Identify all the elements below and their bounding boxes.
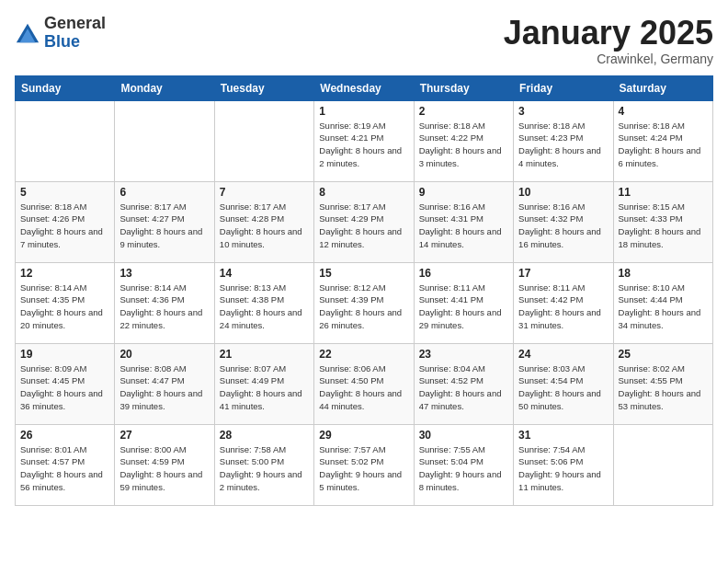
title-block: January 2025 Crawinkel, Germany [504, 15, 713, 66]
calendar-cell: 20Sunrise: 8:08 AM Sunset: 4:47 PM Dayli… [115, 343, 214, 424]
day-number: 30 [419, 429, 508, 442]
day-number: 27 [119, 429, 209, 442]
calendar-cell: 23Sunrise: 8:04 AM Sunset: 4:52 PM Dayli… [414, 343, 513, 424]
day-info: Sunrise: 8:10 AM Sunset: 4:44 PM Dayligh… [619, 282, 708, 332]
day-info: Sunrise: 8:18 AM Sunset: 4:23 PM Dayligh… [518, 120, 608, 170]
calendar-cell: 13Sunrise: 8:14 AM Sunset: 4:36 PM Dayli… [115, 262, 214, 343]
calendar-cell: 21Sunrise: 8:07 AM Sunset: 4:49 PM Dayli… [214, 343, 313, 424]
day-info: Sunrise: 8:11 AM Sunset: 4:42 PM Dayligh… [518, 282, 608, 332]
day-number: 9 [419, 186, 508, 199]
day-info: Sunrise: 8:17 AM Sunset: 4:27 PM Dayligh… [119, 201, 209, 251]
day-info: Sunrise: 7:55 AM Sunset: 5:04 PM Dayligh… [419, 443, 508, 494]
logo-text: General Blue [44, 15, 106, 52]
calendar-cell: 5Sunrise: 8:18 AM Sunset: 4:26 PM Daylig… [16, 181, 115, 262]
calendar-cell: 6Sunrise: 8:17 AM Sunset: 4:27 PM Daylig… [115, 181, 214, 262]
day-number: 13 [119, 267, 209, 280]
day-info: Sunrise: 8:04 AM Sunset: 4:52 PM Dayligh… [419, 362, 508, 413]
weekday-header-sunday: Sunday [16, 75, 115, 100]
month-title: January 2025 [504, 15, 713, 52]
weekday-header-row: SundayMondayTuesdayWednesdayThursdayFrid… [16, 75, 713, 100]
day-info: Sunrise: 8:09 AM Sunset: 4:45 PM Dayligh… [20, 362, 109, 413]
day-number: 12 [20, 267, 109, 280]
calendar-cell: 4Sunrise: 8:18 AM Sunset: 4:24 PM Daylig… [613, 100, 712, 181]
calendar-cell [115, 100, 214, 181]
day-info: Sunrise: 8:19 AM Sunset: 4:21 PM Dayligh… [319, 120, 408, 170]
calendar-cell: 31Sunrise: 7:54 AM Sunset: 5:06 PM Dayli… [514, 424, 613, 505]
day-info: Sunrise: 8:18 AM Sunset: 4:26 PM Dayligh… [20, 201, 109, 251]
weekday-header-thursday: Thursday [414, 75, 513, 100]
day-info: Sunrise: 8:01 AM Sunset: 4:57 PM Dayligh… [20, 443, 109, 494]
day-number: 31 [518, 429, 608, 442]
calendar-cell: 8Sunrise: 8:17 AM Sunset: 4:29 PM Daylig… [314, 181, 414, 262]
day-number: 1 [319, 105, 408, 118]
day-number: 20 [119, 348, 209, 361]
day-number: 2 [419, 105, 508, 118]
day-number: 26 [20, 429, 109, 442]
calendar-cell: 18Sunrise: 8:10 AM Sunset: 4:44 PM Dayli… [613, 262, 712, 343]
logo-icon [15, 20, 40, 46]
day-info: Sunrise: 8:16 AM Sunset: 4:31 PM Dayligh… [419, 201, 508, 251]
day-info: Sunrise: 8:03 AM Sunset: 4:54 PM Dayligh… [518, 362, 608, 413]
day-info: Sunrise: 8:14 AM Sunset: 4:35 PM Dayligh… [20, 282, 109, 332]
calendar-cell: 24Sunrise: 8:03 AM Sunset: 4:54 PM Dayli… [514, 343, 613, 424]
weekday-header-saturday: Saturday [613, 75, 712, 100]
day-info: Sunrise: 8:02 AM Sunset: 4:55 PM Dayligh… [619, 362, 708, 413]
calendar-cell: 29Sunrise: 7:57 AM Sunset: 5:02 PM Dayli… [314, 424, 414, 505]
day-info: Sunrise: 8:12 AM Sunset: 4:39 PM Dayligh… [319, 282, 408, 332]
calendar-cell: 22Sunrise: 8:06 AM Sunset: 4:50 PM Dayli… [314, 343, 414, 424]
day-info: Sunrise: 8:16 AM Sunset: 4:32 PM Dayligh… [518, 201, 608, 251]
day-number: 4 [619, 105, 708, 118]
calendar-cell: 30Sunrise: 7:55 AM Sunset: 5:04 PM Dayli… [414, 424, 513, 505]
day-number: 16 [419, 267, 508, 280]
logo: General Blue [15, 15, 106, 52]
calendar-cell: 15Sunrise: 8:12 AM Sunset: 4:39 PM Dayli… [314, 262, 414, 343]
calendar-week-4: 19Sunrise: 8:09 AM Sunset: 4:45 PM Dayli… [16, 343, 713, 424]
calendar-cell: 28Sunrise: 7:58 AM Sunset: 5:00 PM Dayli… [214, 424, 313, 505]
calendar-cell: 16Sunrise: 8:11 AM Sunset: 4:41 PM Dayli… [414, 262, 513, 343]
day-number: 11 [619, 186, 708, 199]
calendar-cell [214, 100, 313, 181]
day-number: 5 [20, 186, 109, 199]
calendar-cell: 10Sunrise: 8:16 AM Sunset: 4:32 PM Dayli… [514, 181, 613, 262]
day-info: Sunrise: 8:00 AM Sunset: 4:59 PM Dayligh… [119, 443, 209, 494]
calendar-week-1: 1Sunrise: 8:19 AM Sunset: 4:21 PM Daylig… [16, 100, 713, 181]
weekday-header-wednesday: Wednesday [314, 75, 414, 100]
day-number: 7 [220, 186, 309, 199]
day-number: 29 [319, 429, 408, 442]
calendar-week-5: 26Sunrise: 8:01 AM Sunset: 4:57 PM Dayli… [16, 424, 713, 505]
page-header: General Blue January 2025 Crawinkel, Ger… [15, 15, 713, 66]
day-info: Sunrise: 8:07 AM Sunset: 4:49 PM Dayligh… [220, 362, 309, 413]
day-number: 25 [619, 348, 708, 361]
calendar-cell: 19Sunrise: 8:09 AM Sunset: 4:45 PM Dayli… [16, 343, 115, 424]
day-info: Sunrise: 8:11 AM Sunset: 4:41 PM Dayligh… [419, 282, 508, 332]
day-number: 18 [619, 267, 708, 280]
day-number: 17 [518, 267, 608, 280]
calendar-cell: 11Sunrise: 8:15 AM Sunset: 4:33 PM Dayli… [613, 181, 712, 262]
calendar: SundayMondayTuesdayWednesdayThursdayFrid… [15, 75, 713, 506]
day-info: Sunrise: 7:58 AM Sunset: 5:00 PM Dayligh… [220, 443, 309, 494]
calendar-cell: 3Sunrise: 8:18 AM Sunset: 4:23 PM Daylig… [514, 100, 613, 181]
calendar-cell [16, 100, 115, 181]
calendar-cell: 17Sunrise: 8:11 AM Sunset: 4:42 PM Dayli… [514, 262, 613, 343]
calendar-cell: 7Sunrise: 8:17 AM Sunset: 4:28 PM Daylig… [214, 181, 313, 262]
day-number: 6 [119, 186, 209, 199]
day-number: 21 [220, 348, 309, 361]
day-number: 8 [319, 186, 408, 199]
calendar-cell: 9Sunrise: 8:16 AM Sunset: 4:31 PM Daylig… [414, 181, 513, 262]
day-number: 14 [220, 267, 309, 280]
weekday-header-monday: Monday [115, 75, 214, 100]
day-number: 3 [518, 105, 608, 118]
day-number: 19 [20, 348, 109, 361]
weekday-header-tuesday: Tuesday [214, 75, 313, 100]
calendar-cell: 1Sunrise: 8:19 AM Sunset: 4:21 PM Daylig… [314, 100, 414, 181]
day-info: Sunrise: 8:06 AM Sunset: 4:50 PM Dayligh… [319, 362, 408, 413]
day-number: 10 [518, 186, 608, 199]
day-info: Sunrise: 8:14 AM Sunset: 4:36 PM Dayligh… [119, 282, 209, 332]
day-number: 15 [319, 267, 408, 280]
calendar-cell: 26Sunrise: 8:01 AM Sunset: 4:57 PM Dayli… [16, 424, 115, 505]
calendar-cell: 27Sunrise: 8:00 AM Sunset: 4:59 PM Dayli… [115, 424, 214, 505]
day-info: Sunrise: 8:18 AM Sunset: 4:22 PM Dayligh… [419, 120, 508, 170]
day-info: Sunrise: 7:54 AM Sunset: 5:06 PM Dayligh… [518, 443, 608, 494]
location: Crawinkel, Germany [504, 52, 713, 66]
calendar-cell: 12Sunrise: 8:14 AM Sunset: 4:35 PM Dayli… [16, 262, 115, 343]
